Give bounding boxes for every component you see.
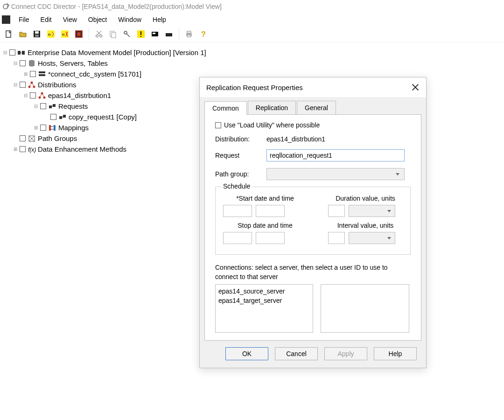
- dialog-tabs: Common Replication General: [200, 97, 426, 114]
- start-time-input[interactable]: [256, 205, 285, 217]
- svg-line-46: [40, 93, 42, 98]
- checkbox[interactable]: [50, 114, 56, 120]
- path-group-dropdown[interactable]: [266, 168, 405, 180]
- collapse-icon[interactable]: ⊟: [33, 103, 39, 110]
- checkbox[interactable]: [20, 135, 26, 141]
- key-icon[interactable]: [122, 29, 132, 39]
- distribution-label: Distribution:: [215, 135, 266, 143]
- expand-icon[interactable]: ⊞: [12, 146, 19, 153]
- duration-value-input[interactable]: [328, 205, 345, 217]
- expand-icon[interactable]: ⊞: [22, 71, 29, 77]
- help-icon[interactable]: ?: [198, 29, 208, 39]
- tree-root[interactable]: ⊟ Enterprise Data Movement Model [Produc…: [2, 47, 502, 58]
- svg-line-47: [42, 93, 44, 98]
- svg-line-50: [52, 105, 53, 107]
- new-icon[interactable]: [4, 29, 14, 39]
- menu-view[interactable]: View: [57, 15, 83, 24]
- svg-rect-55: [54, 125, 56, 131]
- checkbox[interactable]: [40, 125, 46, 131]
- menu-file[interactable]: File: [13, 15, 35, 24]
- checkbox[interactable]: [30, 71, 36, 77]
- server-item[interactable]: epas14_target_server: [218, 296, 310, 305]
- collapse-icon[interactable]: ⊟: [22, 92, 29, 99]
- tree-hosts-label: Hosts, Servers, Tables: [38, 58, 108, 69]
- stop-time-input[interactable]: [256, 232, 285, 244]
- stop-date-input[interactable]: [223, 232, 252, 244]
- server-icon: [38, 70, 46, 78]
- close-icon[interactable]: [411, 83, 420, 91]
- servers-listbox[interactable]: epas14_source_server epas14_target_serve…: [215, 284, 313, 333]
- svg-rect-0: [6, 31, 11, 37]
- help-button[interactable]: Help: [374, 347, 417, 360]
- disk-icon[interactable]: [150, 29, 160, 39]
- svg-rect-18: [112, 33, 116, 38]
- script-stop-icon[interactable]: R: [60, 29, 70, 39]
- svg-line-16: [97, 31, 101, 35]
- tab-replication[interactable]: Replication: [248, 101, 296, 114]
- menu-window[interactable]: Window: [112, 15, 147, 24]
- dialog-titlebar: Replication Request Properties: [200, 77, 426, 97]
- start-date-input[interactable]: [223, 205, 252, 217]
- checkbox[interactable]: [40, 103, 46, 109]
- svg-text:f(x): f(x): [28, 147, 36, 153]
- request-icon: [58, 113, 67, 121]
- copy-icon[interactable]: [108, 29, 118, 39]
- request-input[interactable]: [266, 149, 405, 161]
- ok-button[interactable]: OK: [225, 347, 268, 360]
- tree-copy-request-label: copy_request1 [Copy]: [69, 112, 137, 122]
- toolbar: R R ?: [0, 26, 504, 42]
- svg-line-15: [97, 31, 101, 35]
- svg-rect-12: [77, 32, 81, 36]
- cancel-button[interactable]: Cancel: [275, 347, 318, 360]
- menu-help[interactable]: Help: [147, 15, 172, 24]
- svg-point-13: [96, 35, 98, 37]
- interval-label: Interval value, units: [328, 222, 403, 229]
- checkbox[interactable]: [20, 60, 26, 66]
- user-ids-listbox[interactable]: [321, 284, 409, 333]
- svg-rect-2: [35, 31, 39, 34]
- svg-rect-52: [63, 115, 66, 118]
- svg-rect-3: [35, 35, 39, 37]
- tree-root-label: Enterprise Data Movement Model [Producti…: [28, 47, 206, 58]
- interval-units-dropdown[interactable]: [349, 232, 395, 244]
- database-icon: [28, 59, 36, 68]
- server-item[interactable]: epas14_source_server: [218, 287, 310, 296]
- interval-value-input[interactable]: [328, 232, 345, 244]
- app-small-icon: [2, 15, 10, 24]
- apply-button[interactable]: Apply: [324, 347, 367, 360]
- svg-line-41: [29, 83, 32, 87]
- svg-text:R: R: [48, 33, 51, 37]
- checkbox[interactable]: [20, 146, 26, 152]
- tab-general[interactable]: General: [297, 101, 336, 114]
- cut-icon[interactable]: [94, 29, 104, 39]
- function-icon: f(x): [28, 145, 36, 154]
- tree-hosts[interactable]: ⊟ Hosts, Servers, Tables: [2, 58, 502, 69]
- collapse-icon[interactable]: ⊟: [12, 82, 19, 88]
- alert-icon[interactable]: [136, 29, 146, 39]
- duration-units-dropdown[interactable]: [349, 205, 395, 217]
- script-run-icon[interactable]: R: [46, 29, 56, 39]
- card-icon[interactable]: [164, 29, 174, 39]
- checkbox[interactable]: [30, 92, 36, 98]
- checkbox[interactable]: [9, 49, 15, 56]
- open-icon[interactable]: [18, 29, 28, 39]
- svg-point-14: [100, 35, 102, 37]
- print-icon[interactable]: [184, 29, 194, 39]
- request-icon: [48, 102, 56, 111]
- expand-icon[interactable]: ⊞: [33, 125, 39, 131]
- collapse-icon[interactable]: ⊟: [12, 60, 19, 67]
- tab-common[interactable]: Common: [204, 101, 247, 115]
- tab-page-common: Use "Load Utility" where possible Distri…: [204, 114, 421, 341]
- menu-edit[interactable]: Edit: [35, 15, 57, 24]
- menu-object[interactable]: Object: [83, 15, 112, 24]
- menu-bar: File Edit View Object Window Help: [0, 13, 504, 26]
- distribution-icon: [28, 81, 36, 89]
- collapse-icon[interactable]: ⊟: [2, 49, 8, 56]
- texture-icon[interactable]: [74, 29, 84, 39]
- svg-rect-54: [49, 125, 51, 131]
- mapping-icon: [48, 124, 56, 132]
- save-icon[interactable]: [32, 29, 42, 39]
- checkbox[interactable]: [20, 82, 26, 88]
- use-load-utility-checkbox[interactable]: [215, 122, 221, 128]
- tree-requests-label: Requests: [58, 101, 88, 112]
